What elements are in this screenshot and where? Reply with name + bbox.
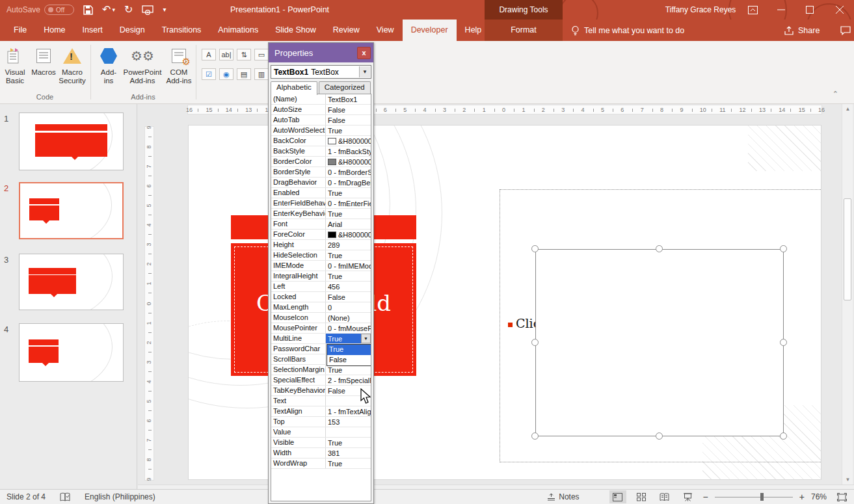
property-value[interactable]	[326, 427, 371, 437]
property-value[interactable]: False	[326, 292, 371, 302]
save-icon[interactable]	[83, 5, 93, 15]
close-icon[interactable]	[829, 0, 851, 20]
property-value[interactable]: True	[326, 271, 371, 281]
resize-handle-se[interactable]	[780, 432, 787, 440]
slide-thumbnail-4[interactable]	[19, 323, 124, 382]
property-value[interactable]: True	[326, 438, 371, 447]
dropdown-option-true[interactable]: True	[327, 345, 371, 355]
tab-animations[interactable]: Animations	[209, 20, 267, 41]
user-account[interactable]: Tiffany Grace Reyes	[658, 0, 743, 20]
redo-icon[interactable]: ↻	[124, 5, 133, 15]
resize-handle-sw[interactable]	[531, 432, 539, 440]
property-value[interactable]: &H8000000	[326, 230, 371, 239]
properties-tab-alphabetic[interactable]: Alphabetic	[271, 81, 317, 95]
undo-dropdown-icon[interactable]: ▾	[112, 7, 115, 13]
minimize-icon[interactable]	[770, 0, 792, 20]
scroll-down-icon[interactable]: ▼	[842, 477, 853, 483]
tab-transitions[interactable]: Transitions	[153, 20, 210, 41]
comments-button[interactable]	[840, 20, 851, 41]
property-value[interactable]: 0 - fmDragBeh	[326, 178, 371, 187]
slide-thumbnail-2[interactable]	[19, 182, 124, 239]
property-value[interactable]: &H8000000	[326, 136, 371, 146]
restore-icon[interactable]	[799, 0, 821, 20]
listbox-control-icon[interactable]: ▤	[237, 68, 251, 80]
zoom-slider-thumb[interactable]	[760, 493, 764, 501]
property-value[interactable]: 381	[326, 448, 371, 458]
slideshow-view-button[interactable]	[680, 490, 697, 503]
tab-format[interactable]: Format	[485, 20, 563, 41]
properties-close-icon[interactable]: x	[357, 47, 371, 59]
ribbon-display-options-icon[interactable]	[741, 0, 764, 20]
dropdown-option-false[interactable]: False	[327, 355, 371, 365]
com-add-ins-button[interactable]: ⚙ COM Add-ins	[164, 45, 194, 92]
slide-sorter-view-button[interactable]	[633, 490, 650, 503]
property-value[interactable]: &H8000000	[326, 157, 371, 166]
property-value[interactable]: 2 - fmSpecialE	[326, 375, 371, 385]
slide-counter[interactable]: Slide 2 of 4	[7, 492, 46, 501]
tab-insert[interactable]: Insert	[74, 20, 111, 41]
property-value[interactable]: 0 - fmMousePo	[326, 323, 371, 333]
visual-basic-button[interactable]: Visual Basic	[0, 45, 30, 92]
share-button[interactable]: Share	[784, 20, 820, 41]
property-value[interactable]: True	[326, 209, 371, 219]
property-value[interactable]: (None)	[326, 313, 371, 323]
language-indicator[interactable]: English (Philippines)	[85, 492, 155, 501]
zoom-level[interactable]: 76%	[811, 492, 827, 501]
property-value[interactable]: 153	[326, 417, 371, 427]
multiline-dropdown-list[interactable]: TrueFalse	[327, 344, 371, 366]
property-value[interactable]: True	[326, 365, 371, 375]
resize-handle-w[interactable]	[531, 339, 539, 346]
horizontal-scrollbar[interactable]	[138, 484, 854, 489]
spin-control-icon[interactable]: ⇅	[237, 49, 251, 60]
option-control-icon[interactable]: ◉	[219, 68, 234, 80]
zoom-out-button[interactable]: −	[703, 492, 708, 502]
property-value[interactable]: TextBox1	[326, 94, 371, 104]
add-ins-button[interactable]: Add- ins	[94, 45, 124, 92]
powerpoint-add-ins-button[interactable]: ⚙⚙ PowerPoint Add-ins	[121, 45, 164, 92]
zoom-slider[interactable]	[715, 490, 793, 503]
property-value[interactable]: 456	[326, 282, 371, 291]
property-value[interactable]: 0 - fmBorderSt	[326, 167, 371, 177]
object-selector-combobox[interactable]: TextBox1 TextBox ▼	[271, 65, 371, 79]
property-value[interactable]: 0 - fmEnterFie	[326, 198, 371, 208]
properties-title-bar[interactable]: Properties x	[269, 43, 373, 62]
zoom-in-button[interactable]: +	[799, 492, 805, 502]
tab-design[interactable]: Design	[111, 20, 153, 41]
property-value[interactable]: True	[326, 188, 371, 198]
vertical-scrollbar[interactable]: ▲ ▼	[842, 104, 853, 484]
tab-slide-show[interactable]: Slide Show	[267, 20, 325, 41]
macro-security-button[interactable]: Macro Security	[57, 45, 87, 92]
normal-view-button[interactable]	[609, 490, 626, 503]
notes-button[interactable]: Notes	[547, 492, 579, 501]
tab-review[interactable]: Review	[325, 20, 368, 41]
property-value[interactable]: 1 - fmBackStyl	[326, 146, 371, 156]
resize-handle-e[interactable]	[780, 339, 787, 346]
property-value[interactable]: True	[326, 250, 371, 260]
A-control-icon[interactable]: A	[202, 49, 216, 60]
start-slideshow-icon[interactable]	[142, 5, 153, 15]
resize-handle-ne[interactable]	[780, 245, 787, 252]
slide-thumbnail-1[interactable]	[19, 113, 124, 170]
property-value[interactable]: False	[326, 105, 371, 114]
undo-icon[interactable]: ↶▾	[102, 5, 115, 15]
property-value[interactable]: True	[326, 458, 371, 468]
customize-qat-icon[interactable]: ▾	[163, 7, 166, 13]
property-value[interactable]: True▼	[326, 334, 371, 343]
tab-view[interactable]: View	[368, 20, 403, 41]
property-value[interactable]: Arial	[326, 219, 371, 229]
macros-button[interactable]: Macros	[29, 45, 59, 92]
property-value[interactable]: 0 - fmIMEMode	[326, 261, 371, 271]
scroll-up-icon[interactable]: ▲	[842, 106, 853, 112]
reading-view-button[interactable]	[656, 490, 673, 503]
tab-developer[interactable]: Developer	[403, 20, 457, 41]
scrollbar-thumb[interactable]	[844, 198, 851, 300]
resize-handle-nw[interactable]	[531, 245, 539, 252]
dropdown-button-icon[interactable]: ▼	[361, 334, 371, 343]
property-value[interactable]: 0	[326, 302, 371, 312]
tab-home[interactable]: Home	[35, 20, 73, 41]
abl-control-icon[interactable]: ab|	[219, 49, 234, 60]
checkbox-control-icon[interactable]: ☑	[202, 68, 216, 80]
button-control-icon[interactable]: ▭	[254, 49, 269, 60]
property-value[interactable]: 1 - fmTextAlig	[326, 406, 371, 416]
properties-tab-categorized[interactable]: Categorized	[319, 81, 371, 94]
